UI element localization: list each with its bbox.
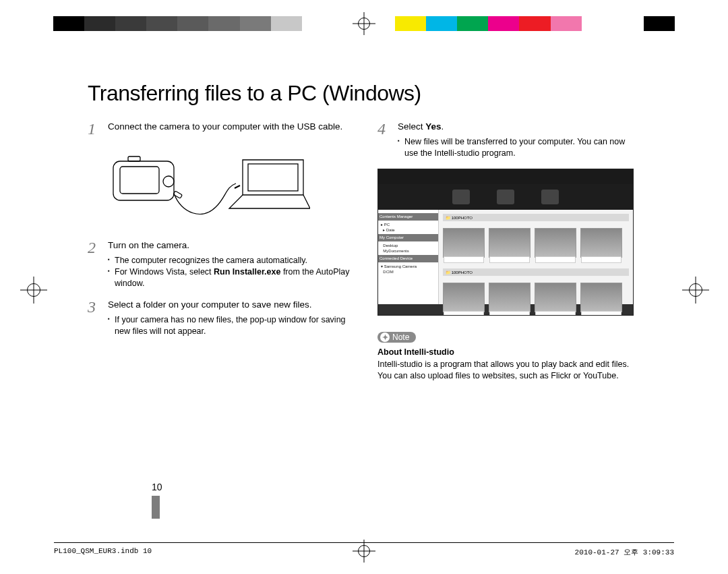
note-badge: ✦ Note — [377, 332, 416, 343]
step-text: Select Yes. — [398, 121, 444, 132]
step-bullet: For Windows Vista, select Run Installer.… — [108, 266, 351, 290]
step-text: Connect the camera to your computer with… — [108, 121, 342, 137]
step-2: 2 Turn on the camera. The computer recog… — [88, 239, 351, 289]
step-bullet: New files will be transferred to your co… — [398, 136, 640, 160]
svg-rect-1 — [120, 167, 159, 194]
step-number: 4 — [377, 121, 390, 159]
plus-icon: ✦ — [380, 333, 390, 342]
note-block: About Intelli-studio Intelli-studio is a… — [377, 347, 640, 382]
step-number: 1 — [88, 121, 100, 137]
step-bullet: If your camera has no new files, the pop… — [108, 314, 351, 338]
crop-mark-right — [682, 277, 709, 304]
step-text: Select a folder on your computer to save… — [108, 299, 311, 310]
step-text: Turn on the camera. — [108, 240, 189, 250]
intelli-studio-screenshot: Contents Manager ▸ PC ▸ Date My Computer… — [377, 169, 634, 316]
footer-right: 2010-01-27 오후 3:09:33 — [575, 547, 674, 557]
page-title: Transferring files to a PC (Windows) — [88, 81, 640, 106]
svg-rect-5 — [248, 164, 298, 191]
print-footer: PL100_QSM_EUR3.indb 10 2010-01-27 오후 3:0… — [54, 542, 674, 557]
left-column: 1 Connect the camera to your computer wi… — [88, 121, 351, 382]
step-number: 2 — [88, 239, 100, 289]
step-bullet: The computer recognizes the camera autom… — [108, 255, 351, 266]
note-body: Intelli-studio is a program that allows … — [377, 360, 629, 381]
crop-mark-left — [20, 277, 47, 304]
footer-left: PL100_QSM_EUR3.indb 10 — [54, 547, 152, 557]
screenshot-sidebar: Contents Manager ▸ PC ▸ Date My Computer… — [378, 210, 439, 304]
svg-rect-0 — [113, 161, 174, 200]
page-number-bar — [152, 496, 160, 519]
note-heading: About Intelli-studio — [377, 347, 454, 357]
print-color-bar — [53, 16, 675, 31]
svg-rect-3 — [128, 156, 140, 161]
page-content: Transferring files to a PC (Windows) 1 C… — [88, 81, 640, 492]
camera-laptop-illustration — [108, 146, 310, 227]
step-3: 3 Select a folder on your computer to sa… — [88, 299, 351, 337]
step-number: 3 — [88, 299, 100, 337]
svg-point-2 — [163, 176, 174, 187]
step-4: 4 Select Yes. New files will be transfer… — [377, 121, 640, 159]
step-1: 1 Connect the camera to your computer wi… — [88, 121, 351, 137]
page-number: 10 — [152, 482, 162, 492]
right-column: 4 Select Yes. New files will be transfer… — [377, 121, 640, 382]
